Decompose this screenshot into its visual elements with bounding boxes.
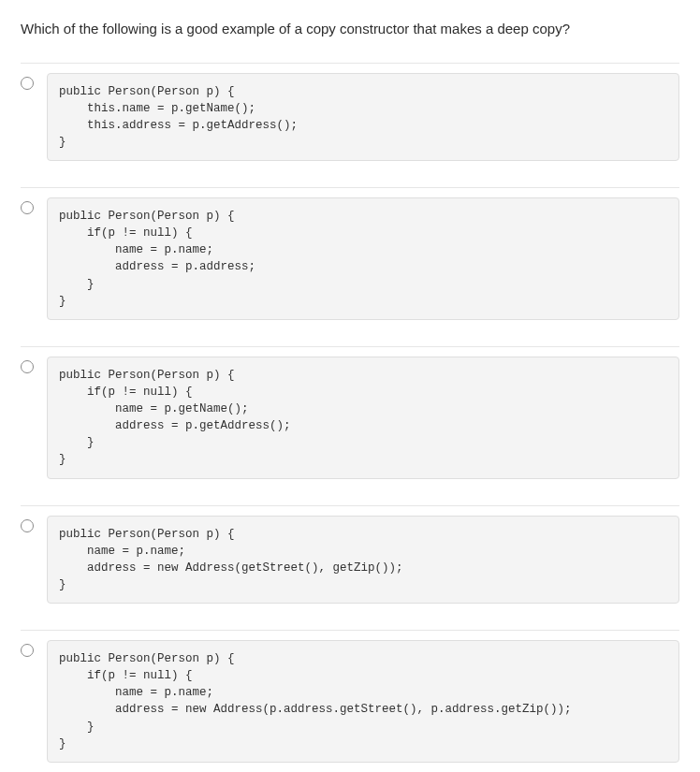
option-content: public Person(Person p) { this.name = p.…: [47, 73, 679, 162]
option-row[interactable]: public Person(Person p) { this.name = p.…: [21, 64, 679, 189]
code-block: public Person(Person p) { name = p.name;…: [47, 516, 679, 604]
option-row[interactable]: public Person(Person p) { if(p != null) …: [21, 631, 679, 772]
radio-cell: [21, 197, 47, 218]
question-text: Which of the following is a good example…: [21, 19, 679, 40]
option-row[interactable]: public Person(Person p) { if(p != null) …: [21, 188, 679, 347]
radio-button[interactable]: [21, 360, 34, 373]
option-row[interactable]: public Person(Person p) { name = p.name;…: [21, 506, 679, 632]
option-content: public Person(Person p) { if(p != null) …: [47, 357, 679, 479]
code-block: public Person(Person p) { this.name = p.…: [47, 73, 679, 162]
radio-button[interactable]: [21, 644, 34, 657]
radio-cell: [21, 357, 47, 377]
option-content: public Person(Person p) { if(p != null) …: [47, 640, 679, 763]
radio-cell: [21, 73, 47, 94]
option-content: public Person(Person p) { name = p.name;…: [47, 516, 679, 604]
options-list: public Person(Person p) { this.name = p.…: [21, 63, 679, 772]
radio-button[interactable]: [21, 77, 34, 90]
code-block: public Person(Person p) { if(p != null) …: [47, 197, 679, 320]
code-block: public Person(Person p) { if(p != null) …: [47, 640, 679, 763]
radio-cell: [21, 640, 47, 661]
code-block: public Person(Person p) { if(p != null) …: [47, 357, 679, 479]
radio-cell: [21, 516, 47, 536]
radio-button[interactable]: [21, 519, 34, 532]
radio-button[interactable]: [21, 201, 34, 214]
option-content: public Person(Person p) { if(p != null) …: [47, 197, 679, 320]
option-row[interactable]: public Person(Person p) { if(p != null) …: [21, 347, 679, 506]
